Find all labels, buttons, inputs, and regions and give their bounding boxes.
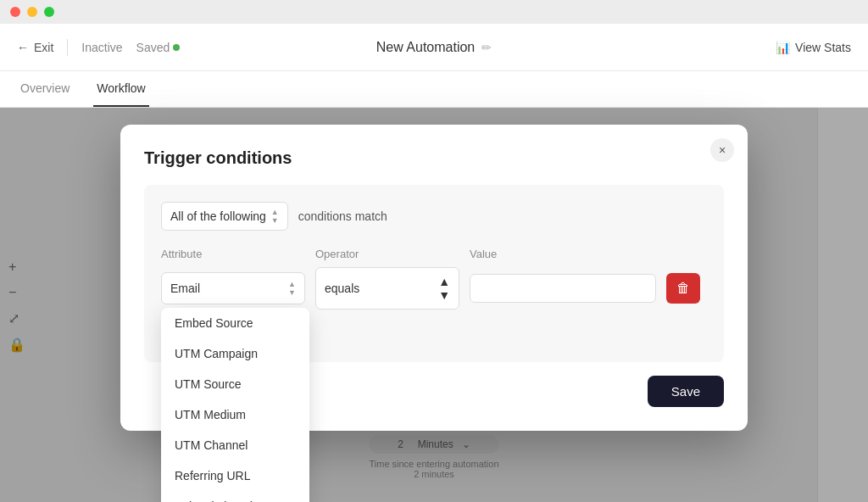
modal-overlay: × Trigger conditions All of the followin… (0, 108, 868, 502)
operator-value: equals (325, 282, 359, 295)
traffic-light-yellow[interactable] (27, 7, 37, 17)
status-label: Inactive (81, 41, 122, 54)
condition-header: All of the following ▲▼ conditions match (161, 202, 707, 231)
condition-block: All of the following ▲▼ conditions match… (144, 185, 724, 362)
tabs-bar: Overview Workflow (0, 71, 868, 108)
attribute-dropdown-menu: Embed Source UTM Campaign UTM Source UTM… (161, 308, 309, 502)
back-arrow-icon: ← (17, 41, 29, 54)
dropdown-item-subscription-tier[interactable]: Subscription Tier (161, 491, 309, 502)
tab-overview[interactable]: Overview (17, 71, 73, 107)
attribute-select-wrapper: Email ▲▼ Embed Source UTM Campaign UTM S… (161, 272, 305, 304)
dropdown-item-embed-source[interactable]: Embed Source (161, 308, 309, 338)
view-stats-button[interactable]: 📊 View Stats (776, 41, 851, 54)
nav-left: ← Exit Inactive Saved (17, 39, 180, 56)
attribute-col-header: Attribute (161, 248, 305, 260)
dropdown-item-referring-url[interactable]: Referring URL (161, 460, 309, 491)
saved-text: Saved (136, 41, 170, 54)
value-input[interactable] (470, 274, 656, 303)
attribute-select-arrows-icon: ▲▼ (288, 280, 296, 297)
operator-select[interactable]: equals ▲▼ (315, 267, 459, 310)
save-button[interactable]: Save (648, 376, 724, 407)
dropdown-item-utm-medium[interactable]: UTM Medium (161, 399, 309, 430)
trigger-conditions-modal: × Trigger conditions All of the followin… (120, 125, 748, 431)
automation-title: New Automation (376, 40, 476, 55)
modal-title: Trigger conditions (144, 148, 724, 168)
top-nav: ← Exit Inactive Saved New Automation ✏ 📊… (0, 24, 868, 71)
conditions-match-text: conditions match (298, 209, 387, 223)
match-select-arrows-icon: ▲▼ (271, 208, 279, 225)
trash-icon: 🗑 (676, 281, 690, 296)
attribute-select[interactable]: Email ▲▼ (161, 272, 305, 304)
stats-icon: 📊 (776, 41, 790, 54)
nav-divider (67, 39, 68, 56)
match-select-value: All of the following (170, 209, 266, 223)
operator-select-arrows-icon: ▲▼ (438, 275, 450, 302)
exit-label: Exit (34, 41, 53, 54)
traffic-light-green[interactable] (44, 7, 54, 17)
match-select-dropdown[interactable]: All of the following ▲▼ (161, 202, 288, 231)
app-background: ← Exit Inactive Saved New Automation ✏ 📊… (0, 24, 868, 502)
main-content: + − ⤢ 🔒 2 Minutes ⌄ Time since entering … (0, 108, 868, 502)
saved-dot-icon (173, 44, 180, 51)
nav-center: New Automation ✏ (376, 40, 492, 55)
traffic-light-red[interactable] (10, 7, 20, 17)
dropdown-item-utm-campaign[interactable]: UTM Campaign (161, 338, 309, 369)
value-col-header: Value (470, 248, 656, 260)
view-stats-label: View Stats (795, 41, 851, 54)
saved-label: Saved (136, 41, 181, 54)
dropdown-item-utm-channel[interactable]: UTM Channel (161, 430, 309, 460)
delete-condition-button[interactable]: 🗑 (666, 273, 700, 304)
condition-row: Email ▲▼ Embed Source UTM Campaign UTM S… (161, 267, 707, 310)
dropdown-item-utm-source[interactable]: UTM Source (161, 369, 309, 399)
modal-close-button[interactable]: × (710, 138, 734, 162)
exit-button[interactable]: ← Exit (17, 41, 53, 54)
operator-col-header: Operator (315, 248, 459, 260)
condition-table-header: Attribute Operator Value (161, 248, 707, 260)
tab-workflow[interactable]: Workflow (93, 71, 148, 107)
title-bar (0, 0, 868, 24)
attribute-value: Email (170, 282, 200, 295)
edit-title-icon[interactable]: ✏ (481, 41, 492, 54)
